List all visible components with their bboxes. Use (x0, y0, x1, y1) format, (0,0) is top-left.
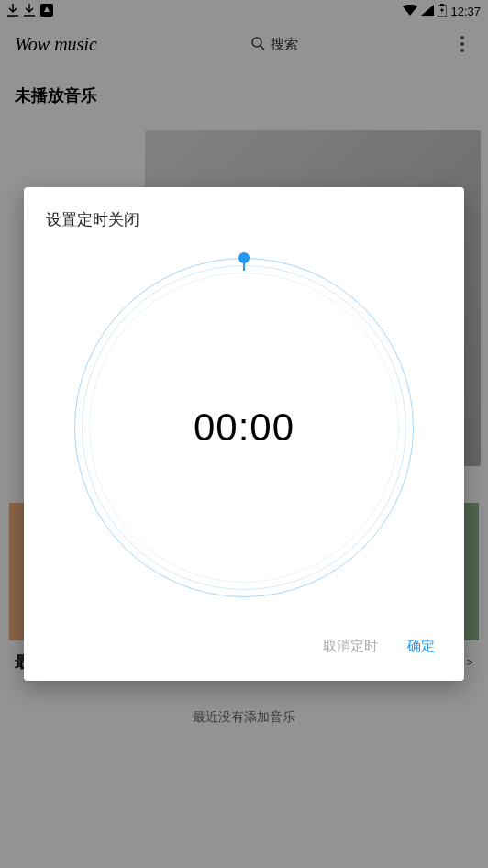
timer-handle[interactable] (238, 252, 250, 263)
modal-actions: 取消定时 确定 (46, 616, 442, 670)
timer-modal: 设置定时关闭 00:00 取消定时 确定 (24, 187, 464, 681)
timer-dial[interactable]: 00:00 (74, 258, 414, 597)
modal-title: 设置定时关闭 (46, 209, 442, 230)
timer-display: 00:00 (194, 406, 294, 450)
cancel-timer-button[interactable]: 取消定时 (319, 630, 382, 662)
modal-overlay[interactable]: 设置定时关闭 00:00 取消定时 确定 (0, 0, 488, 868)
confirm-button[interactable]: 确定 (404, 630, 438, 662)
timer-wrap: 00:00 (46, 249, 442, 616)
